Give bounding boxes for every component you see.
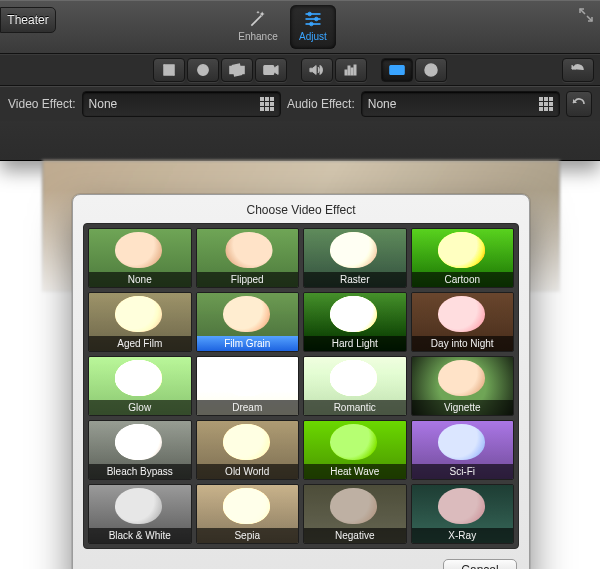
effect-label: Glow [89,400,191,415]
reset-button[interactable] [566,91,592,117]
effect-film-grain[interactable]: Film Grain [196,292,300,352]
effect-label: Film Grain [197,336,299,351]
svg-rect-13 [348,66,350,75]
effect-old-world[interactable]: Old World [196,420,300,480]
effect-hard-light[interactable]: Hard Light [303,292,407,352]
effect-label: Romantic [304,400,406,415]
effect-label: Negative [304,528,406,543]
effect-label: Aged Film [89,336,191,351]
effect-label: Bleach Bypass [89,464,191,479]
effect-black-white[interactable]: Black & White [88,484,192,544]
effect-label: X-Ray [412,528,514,543]
audio-effect-label: Audio Effect: [287,97,355,111]
enhance-label: Enhance [235,31,281,42]
svg-point-8 [201,68,205,72]
undo-button[interactable] [562,58,594,82]
effect-label: Vignette [412,400,514,415]
main-toolbar: Theater Enhance Adjust [0,0,600,54]
effect-raster[interactable]: Raster [303,228,407,288]
effect-x-ray[interactable]: X-Ray [411,484,515,544]
inspector-tabs [0,54,600,86]
effect-grid: NoneFlippedRasterCartoonAged FilmFilm Gr… [83,223,519,549]
wand-icon [247,9,269,29]
video-effect-label: Video Effect: [8,97,76,111]
effect-label: Old World [197,464,299,479]
svg-rect-11 [264,66,274,75]
effect-label: None [89,272,191,287]
svg-point-4 [315,17,319,21]
effect-flipped[interactable]: Flipped [196,228,300,288]
grid-icon [539,97,553,111]
tab-info[interactable] [415,58,447,82]
effect-bleach-bypass[interactable]: Bleach Bypass [88,420,192,480]
video-effect-well[interactable]: None [82,91,281,117]
tab-volume[interactable] [301,58,333,82]
theater-button[interactable]: Theater [0,7,56,33]
svg-rect-15 [354,65,356,75]
effect-label: Cartoon [412,272,514,287]
effect-sepia[interactable]: Sepia [196,484,300,544]
grid-icon [260,97,274,111]
effect-cartoon[interactable]: Cartoon [411,228,515,288]
effect-label: Black & White [89,528,191,543]
effect-dream[interactable]: Dream [196,356,300,416]
effect-label: Hard Light [304,336,406,351]
sliders-icon [302,9,324,29]
effect-label: Heat Wave [304,464,406,479]
adjust-label: Adjust [290,31,336,42]
tab-eq[interactable] [335,58,367,82]
effect-label: Sci-Fi [412,464,514,479]
effect-label: Raster [304,272,406,287]
effect-negative[interactable]: Negative [303,484,407,544]
cancel-button[interactable]: Cancel [443,559,517,569]
svg-rect-21 [430,69,432,74]
enhance-button[interactable]: Enhance [235,5,281,49]
effect-label: Day into Night [412,336,514,351]
effect-glow[interactable]: Glow [88,356,192,416]
effect-romantic[interactable]: Romantic [303,356,407,416]
svg-point-5 [310,22,314,26]
audio-effect-well[interactable]: None [361,91,560,117]
choose-video-effect-dialog: Choose Video Effect NoneFlippedRasterCar… [72,194,530,569]
tab-straighten[interactable] [221,58,253,82]
effects-bar: Video Effect: None Audio Effect: None [0,86,600,121]
svg-point-20 [430,66,432,68]
tab-camera[interactable] [255,58,287,82]
effect-none[interactable]: None [88,228,192,288]
tab-effects[interactable] [381,58,413,82]
effect-label: Flipped [197,272,299,287]
svg-rect-14 [351,68,353,75]
dialog-title: Choose Video Effect [73,195,529,223]
svg-rect-12 [345,70,347,75]
svg-point-3 [308,12,312,16]
video-effect-value: None [89,97,260,111]
effect-day-into-night[interactable]: Day into Night [411,292,515,352]
effect-label: Sepia [197,528,299,543]
effect-label: Dream [197,400,299,415]
svg-rect-10 [232,64,241,76]
tab-crop[interactable] [153,58,185,82]
tab-color[interactable] [187,58,219,82]
effect-sci-fi[interactable]: Sci-Fi [411,420,515,480]
effect-aged-film[interactable]: Aged Film [88,292,192,352]
audio-effect-value: None [368,97,539,111]
expand-icon[interactable] [578,7,594,23]
effect-vignette[interactable]: Vignette [411,356,515,416]
app-window: Theater Enhance Adjust Video Effect: Non… [0,0,600,161]
effect-heat-wave[interactable]: Heat Wave [303,420,407,480]
adjust-button[interactable]: Adjust [290,5,336,49]
